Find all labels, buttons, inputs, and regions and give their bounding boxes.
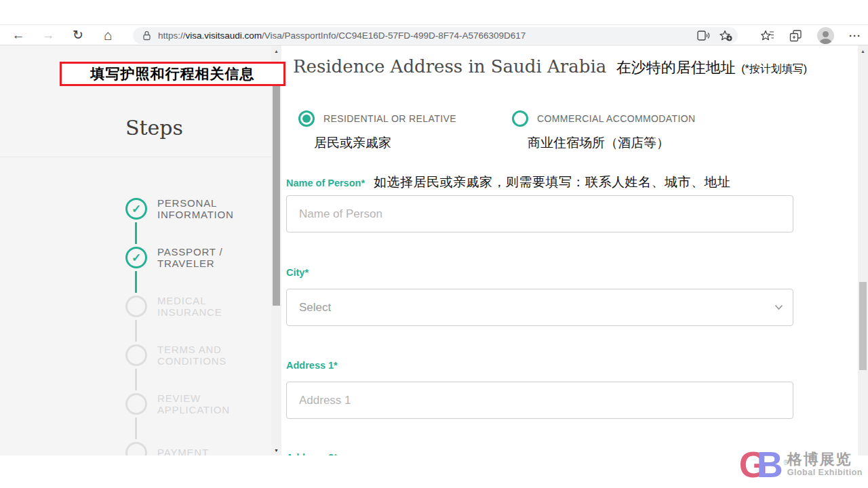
- read-aloud-icon[interactable]: [697, 30, 710, 41]
- option-residential-or-relative[interactable]: RESIDENTIAL OR RELATIVE 居民或亲戚家: [298, 110, 456, 152]
- step-connector: [135, 222, 137, 244]
- annotation-box: 填写护照和行程相关信息: [60, 62, 285, 86]
- sidebar-item-passport-traveler[interactable]: PASSPORT / TRAVELER: [157, 246, 222, 269]
- page-body: Steps ✓ PERSONAL INFORMATION ✓ PASSPORT …: [0, 45, 868, 455]
- page-title-zh: 在沙特的居住地址: [616, 59, 736, 76]
- watermark-gb-mark: G B ®: [739, 446, 783, 483]
- option-label: COMMERCIAL ACCOMMODATION: [537, 113, 696, 124]
- radio-residential-icon[interactable]: [298, 110, 315, 127]
- window-scrollbar[interactable]: ▲: [858, 45, 868, 455]
- scroll-down-icon[interactable]: ▼: [271, 445, 281, 455]
- step-label-line: MEDICAL: [157, 295, 222, 306]
- page-title: Residence Address in Saudi Arabia 在沙特的居住…: [293, 56, 807, 78]
- steps-sidebar: Steps ✓ PERSONAL INFORMATION ✓ PASSPORT …: [0, 45, 271, 455]
- url-scheme: https://: [158, 30, 186, 41]
- check-icon: ✓: [132, 202, 141, 216]
- url-path: /Visa/PassportInfo/CC94E16D-57FD-499D-8F…: [262, 30, 526, 41]
- sidebar-divider: [0, 157, 271, 157]
- step-circle-review-application: [125, 393, 147, 415]
- step-label-line: PASSPORT /: [157, 246, 222, 258]
- add-favorite-icon[interactable]: [719, 30, 732, 41]
- option-label-zh: 居民或亲戚家: [314, 134, 456, 152]
- step-connector: [135, 320, 137, 342]
- city-label: City*: [286, 267, 309, 278]
- chevron-down-icon: [774, 304, 783, 310]
- option-label-zh: 商业住宿场所（酒店等）: [528, 134, 696, 152]
- option-label: RESIDENTIAL OR RELATIVE: [323, 113, 456, 124]
- step-circle-terms-and-conditions: [125, 344, 147, 366]
- sidebar-item-terms-and-conditions: TERMS AND CONDITIONS: [157, 344, 226, 367]
- scroll-up-icon[interactable]: ▲: [858, 45, 868, 56]
- step-label-line: REVIEW: [157, 392, 230, 404]
- sidebar-item-medical-insurance: MEDICAL INSURANCE: [157, 295, 222, 318]
- url-text[interactable]: https://visa.visitsaudi.com/Visa/Passpor…: [158, 30, 692, 41]
- registered-mark-icon: ®: [783, 445, 788, 481]
- collections-icon[interactable]: [789, 30, 802, 42]
- name-of-person-annotation-zh: 如选择居民或亲戚家，则需要填写：联系人姓名、城市、地址: [374, 174, 731, 191]
- city-select[interactable]: Select: [286, 289, 793, 326]
- check-icon: ✓: [132, 251, 141, 265]
- address-bar[interactable]: https://visa.visitsaudi.com/Visa/Passpor…: [133, 27, 738, 44]
- watermark-name-zh: 格博展览: [787, 451, 863, 468]
- content-scrollbar[interactable]: ▲ ▼: [271, 45, 281, 455]
- option-commercial-accommodation[interactable]: COMMERCIAL ACCOMMODATION 商业住宿场所（酒店等）: [512, 110, 696, 152]
- home-icon[interactable]: ⌂: [96, 26, 119, 44]
- scrollbar-thumb[interactable]: [273, 62, 280, 306]
- url-host: visa.visitsaudi.com: [186, 30, 262, 41]
- page-title-en: Residence Address in Saudi Arabia: [293, 56, 606, 77]
- step-circle-personal-information: ✓: [125, 198, 147, 220]
- name-of-person-input[interactable]: [286, 195, 793, 232]
- refresh-icon[interactable]: ↻: [66, 26, 90, 44]
- scrollbar-thumb[interactable]: [859, 282, 867, 370]
- field-label-text: Name of Person*: [286, 178, 365, 188]
- step-connector: [135, 271, 137, 293]
- radio-commercial-icon[interactable]: [512, 110, 528, 127]
- step-circle-payment: [125, 442, 147, 455]
- watermark-letter-b: B: [757, 446, 783, 483]
- name-of-person-label: Name of Person* 如选择居民或亲戚家，则需要填写：联系人姓名、城市…: [286, 174, 731, 191]
- steps-title: Steps: [125, 116, 183, 140]
- sidebar-item-personal-information[interactable]: PERSONAL INFORMATION: [157, 197, 234, 220]
- profile-avatar[interactable]: [817, 27, 834, 44]
- address1-label: Address 1*: [286, 360, 338, 371]
- page-title-note: (*按计划填写): [741, 63, 807, 75]
- step-label-line: CONDITIONS: [157, 355, 226, 367]
- sidebar-item-payment: PAYMENT: [157, 447, 209, 455]
- step-label-line: APPLICATION: [157, 404, 230, 415]
- back-icon[interactable]: ←: [7, 26, 30, 44]
- step-connector: [135, 418, 137, 439]
- step-label-line: INSURANCE: [157, 306, 222, 318]
- address1-input[interactable]: [286, 382, 793, 419]
- address2-label: Address 2*: [286, 452, 338, 455]
- screen: ← → ↻ ⌂ https://visa.visitsaudi.com/Visa…: [0, 0, 868, 488]
- lock-icon: [142, 30, 151, 41]
- settings-menu-icon[interactable]: ···: [849, 30, 861, 41]
- watermark-logo: G B ® 格博展览 Global Exhibition: [739, 446, 863, 483]
- step-label-line: PAYMENT: [157, 447, 209, 455]
- step-circle-passport-traveler: ✓: [125, 247, 147, 268]
- step-circle-medical-insurance: [125, 296, 147, 317]
- scroll-up-icon[interactable]: ▲: [271, 45, 281, 56]
- step-label-line: INFORMATION: [157, 209, 234, 220]
- watermark-name-en: Global Exhibition: [787, 468, 863, 477]
- favorites-icon[interactable]: [761, 30, 774, 41]
- step-connector: [135, 369, 137, 390]
- city-select-value: Select: [299, 301, 331, 314]
- step-label-line: PERSONAL: [157, 197, 234, 209]
- sidebar-item-review-application: REVIEW APPLICATION: [157, 392, 230, 415]
- forward-icon: →: [37, 26, 60, 44]
- step-label-line: TERMS AND: [157, 344, 226, 355]
- step-label-line: TRAVELER: [157, 258, 222, 269]
- browser-toolbar: ← → ↻ ⌂ https://visa.visitsaudi.com/Visa…: [0, 24, 868, 45]
- form-content: Residence Address in Saudi Arabia 在沙特的居住…: [281, 45, 858, 455]
